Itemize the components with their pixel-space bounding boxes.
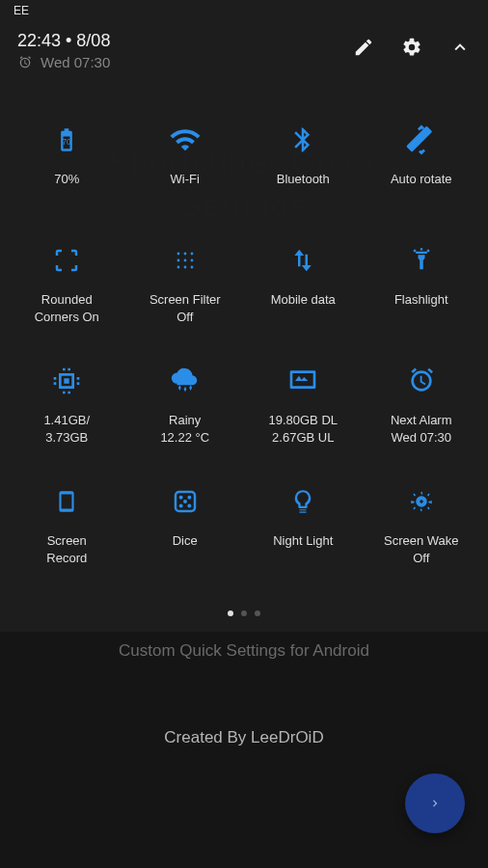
tile-label: Next Alarm Wed 07:30 <box>387 412 456 446</box>
alarm-icon <box>402 362 441 400</box>
bluetooth-icon <box>284 121 322 159</box>
tile-label: 1.41GB/ 3.73GB <box>40 412 94 446</box>
filter-icon <box>166 241 204 280</box>
panel-header: 22:43 • 8/08 Wed 07:30 <box>0 23 488 82</box>
tile-label: Rainy 12.22 °C <box>156 412 213 446</box>
dice-icon <box>166 482 204 521</box>
tile-cpu[interactable]: 1.41GB/ 3.73GB <box>8 362 126 482</box>
svg-point-4 <box>176 259 179 262</box>
tile-battery[interactable]: 7070% <box>8 121 126 241</box>
backdrop-subtitle: Custom Quick Settings for Android <box>0 641 488 661</box>
tile-flashlight[interactable]: Flashlight <box>363 241 481 362</box>
svg-point-3 <box>190 253 193 256</box>
tile-wake[interactable]: Screen Wake Off <box>363 482 481 603</box>
tile-rotate[interactable]: Auto rotate <box>363 121 481 241</box>
svg-point-7 <box>176 266 179 269</box>
time-date[interactable]: 22:43 • 8/08 <box>17 31 353 51</box>
svg-point-11 <box>178 496 182 500</box>
wifi-icon <box>166 121 204 159</box>
svg-point-6 <box>190 259 193 262</box>
backdrop-credit: Created By LeeDrOiD <box>0 728 488 747</box>
tile-data[interactable]: Mobile data <box>244 241 363 362</box>
flashlight-icon <box>402 241 441 280</box>
tile-label: Screen Record <box>42 532 91 566</box>
svg-point-12 <box>187 496 191 500</box>
gear-icon[interactable] <box>401 37 422 58</box>
svg-point-9 <box>190 266 193 269</box>
svg-text:70: 70 <box>63 138 72 147</box>
chevron-up-icon[interactable] <box>449 37 471 58</box>
tile-label: Screen Wake Off <box>380 532 463 566</box>
tile-label: Screen Filter Off <box>146 291 225 325</box>
weather-icon <box>166 362 204 400</box>
svg-point-14 <box>187 503 191 507</box>
tile-alarm[interactable]: Next Alarm Wed 07:30 <box>363 362 481 482</box>
tile-label: Dice <box>169 532 202 550</box>
alarm-text: Wed 07:30 <box>41 54 110 70</box>
pagination-dots[interactable] <box>0 603 488 624</box>
cpu-icon <box>47 362 86 400</box>
tile-label: 19.80GB DL 2.67GB UL <box>264 412 341 446</box>
page-dot-3[interactable] <box>255 610 260 616</box>
status-bar: EE <box>0 0 488 23</box>
svg-point-15 <box>183 500 187 503</box>
tile-bluetooth[interactable]: Bluetooth <box>244 121 363 241</box>
tile-label: Flashlight <box>391 291 452 309</box>
tile-nightlight[interactable]: Night Light <box>244 482 363 603</box>
page-dot-2[interactable] <box>241 610 247 616</box>
time-text: 22:43 <box>17 31 61 50</box>
record-icon <box>47 482 86 521</box>
tile-label: Bluetooth <box>273 171 334 188</box>
tile-label: Night Light <box>269 532 337 550</box>
tile-filter[interactable]: Screen Filter Off <box>126 241 245 362</box>
alarm-small-icon <box>17 55 33 70</box>
svg-point-1 <box>176 253 179 256</box>
tile-weather[interactable]: Rainy 12.22 °C <box>126 362 245 482</box>
tile-label: Wi-Fi <box>167 171 203 188</box>
alarm-row[interactable]: Wed 07:30 <box>17 54 353 70</box>
monitor-icon <box>284 362 322 400</box>
page-dot-1[interactable] <box>228 610 233 616</box>
tile-label: 70% <box>50 171 83 188</box>
tile-label: Mobile data <box>267 291 339 309</box>
tile-record[interactable]: Screen Record <box>8 482 126 603</box>
data-icon <box>284 241 322 280</box>
rotate-icon <box>402 121 441 159</box>
carrier-label: EE <box>14 4 29 17</box>
svg-point-13 <box>178 503 182 507</box>
corners-icon <box>47 241 86 280</box>
edit-icon[interactable] <box>353 37 374 58</box>
tile-label: Auto rotate <box>387 171 456 188</box>
svg-point-5 <box>183 259 186 262</box>
battery-icon: 70 <box>47 121 86 159</box>
tile-corners[interactable]: Rounded Corners On <box>8 241 126 362</box>
wake-icon <box>402 482 441 521</box>
chevron-right-icon <box>428 797 442 810</box>
quick-settings-panel[interactable]: EE 22:43 • 8/08 Wed 07:30 7070%Wi-FiBlue… <box>0 0 488 632</box>
tile-monitor[interactable]: 19.80GB DL 2.67GB UL <box>244 362 363 482</box>
nightlight-icon <box>284 482 322 521</box>
backdrop-footer: Custom Quick Settings for Android Create… <box>0 632 488 868</box>
tile-wifi[interactable]: Wi-Fi <box>126 121 245 241</box>
tile-dice[interactable]: Dice <box>126 482 245 603</box>
svg-point-8 <box>183 266 186 269</box>
tile-label: Rounded Corners On <box>31 291 103 325</box>
fab-next-button[interactable] <box>405 773 465 833</box>
tiles-grid: 7070%Wi-FiBluetoothAuto rotateRounded Co… <box>0 82 488 603</box>
date-text: 8/08 <box>76 31 110 50</box>
svg-point-2 <box>183 253 186 256</box>
